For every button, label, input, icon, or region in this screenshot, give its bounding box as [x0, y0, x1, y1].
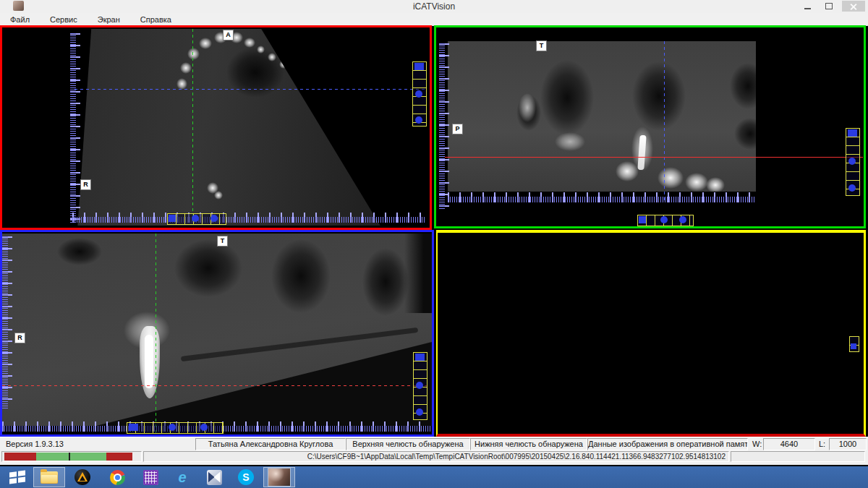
maximize-button[interactable]: [820, 1, 838, 12]
sagittal-vertical-ruler: [439, 43, 449, 210]
window-title: iCATVision: [0, 1, 868, 12]
purple-grid-icon: [143, 470, 158, 485]
internet-explorer-taskbar-button[interactable]: e: [168, 467, 197, 487]
orientation-label-posterior: P: [452, 124, 463, 134]
axial-vertical-ruler: [70, 33, 80, 224]
minimize-button[interactable]: [799, 1, 816, 12]
axial-view-pane[interactable]: A R: [0, 25, 432, 230]
orientation-label-right: R: [80, 179, 91, 190]
version-text: Версия 1.9.3.13: [6, 440, 64, 448]
status-bar: Версия 1.9.3.13 Татьяна Александровна Кр…: [0, 437, 868, 450]
sagittal-slice-slider-horizontal[interactable]: [637, 215, 694, 226]
folder-icon: [41, 471, 58, 484]
window-level-value[interactable]: 1000: [829, 438, 867, 450]
close-button[interactable]: [842, 1, 865, 12]
axial-crosshair-vertical[interactable]: [192, 29, 193, 221]
menu-service[interactable]: Сервис: [40, 15, 88, 24]
axial-horizontal-ruler: [72, 213, 425, 223]
histogram-range-bar[interactable]: [1, 451, 142, 462]
orientation-label-top2: T: [217, 236, 228, 247]
close-icon: [850, 3, 857, 10]
sagittal-slice-slider-vertical[interactable]: [846, 128, 860, 196]
axial-slice-slider-vertical[interactable]: [412, 61, 427, 127]
minimize-icon: [804, 8, 811, 9]
sagittal-crosshair-horizontal[interactable]: [445, 157, 863, 158]
title-bar[interactable]: iCATVision: [0, 0, 868, 13]
internet-explorer-icon: e: [178, 470, 186, 484]
axial-crosshair-horizontal[interactable]: [75, 89, 426, 90]
status-bar-lower: C:\Users\CF9B~1\AppData\Local\Temp\Tempi…: [0, 450, 868, 465]
empty-view-pane[interactable]: [436, 230, 866, 437]
window-width-value[interactable]: 4640: [763, 438, 815, 450]
axial-ct-image: [71, 29, 411, 226]
empty-pane-slider[interactable]: [849, 336, 859, 352]
skype-taskbar-button[interactable]: S: [231, 467, 260, 487]
cross-slice-slider-vertical[interactable]: [413, 352, 427, 420]
icatvision-taskbar-button[interactable]: [263, 467, 295, 487]
icatvision-window: iCATVision Файл Сервис Экран Справка: [0, 0, 868, 488]
window-level-label: L:: [819, 440, 825, 448]
cross-slice-slider-horizontal[interactable]: [127, 422, 224, 434]
upper-jaw-status-cell: Верхняя челюсть обнаружена: [346, 438, 470, 450]
orientation-label-top: T: [536, 40, 547, 51]
aimp-icon: [75, 469, 90, 485]
taskbar: e S РУС 19:57 Стомару: [0, 466, 868, 488]
sagittal-view-pane[interactable]: T P: [434, 25, 866, 228]
start-button[interactable]: [3, 467, 32, 487]
sagittal-horizontal-ruler: [448, 192, 754, 202]
lower-jaw-status-cell: Нижняя челюсть обнаружена: [470, 438, 587, 450]
cross-section-ct-image: [2, 234, 432, 426]
sagittal-crosshair-vertical[interactable]: [664, 41, 665, 202]
maximize-icon: [825, 3, 833, 9]
cross-section-view-pane[interactable]: T R: [0, 230, 434, 437]
icatvision-thumbnail-icon: [268, 468, 291, 487]
chrome-taskbar-button[interactable]: [103, 467, 132, 487]
menu-help[interactable]: Справка: [130, 15, 182, 24]
file-explorer-taskbar-button[interactable]: [33, 467, 65, 487]
purple-grid-app-taskbar-button[interactable]: [136, 467, 165, 487]
chrome-icon: [110, 470, 125, 485]
sagittal-ct-image: [448, 41, 756, 192]
window-width-label: W:: [752, 440, 762, 448]
cross-crosshair-horizontal[interactable]: [2, 385, 430, 386]
orientation-label-anterior: A: [223, 30, 234, 40]
cross-crosshair-vertical[interactable]: [156, 234, 156, 433]
menu-screen[interactable]: Экран: [88, 15, 130, 24]
kmplayer-taskbar-button[interactable]: [200, 467, 229, 487]
file-path-bar: C:\Users\CF9B~1\AppData\Local\Temp\Tempi…: [143, 451, 729, 462]
skype-icon: S: [238, 469, 254, 485]
menu-file[interactable]: Файл: [0, 15, 40, 24]
axial-slice-slider-horizontal[interactable]: [167, 213, 226, 225]
kmplayer-icon: [207, 470, 222, 485]
windows-logo-icon: [9, 470, 25, 484]
aimp-taskbar-button[interactable]: [68, 467, 97, 487]
orientation-label-right2: R: [14, 333, 25, 343]
cross-vertical-ruler: [2, 236, 12, 410]
patient-name-cell: Татьяна Александровна Круглова: [195, 438, 346, 450]
secondary-progress-bar: [731, 451, 865, 462]
memory-status-cell: Данные изображения в оперативной памяти: [587, 438, 748, 450]
menu-bar: Файл Сервис Экран Справка: [0, 13, 868, 26]
